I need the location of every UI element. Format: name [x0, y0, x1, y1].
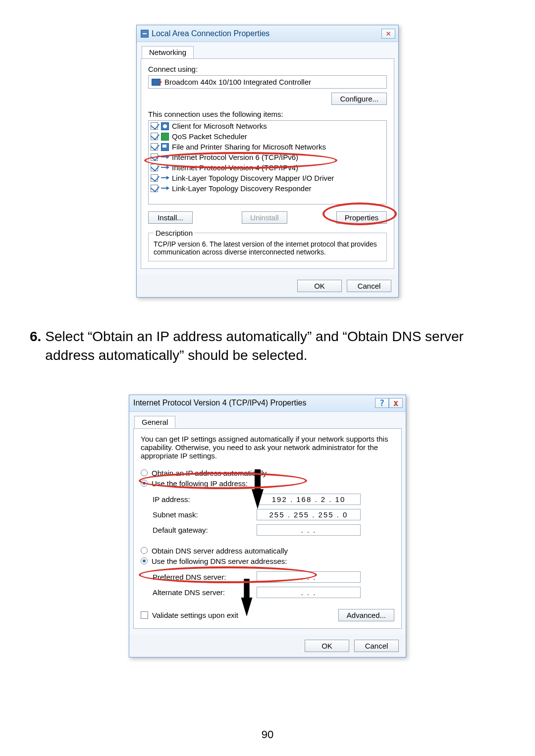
radio-label: Use the following DNS server addresses: [152, 557, 287, 565]
description-group: Description TCP/IP version 6. The latest… [148, 229, 387, 261]
window-title: Internet Protocol Version 4 (TCP/IPv4) P… [133, 399, 306, 407]
adapter-field[interactable]: Broadcom 440x 10/100 Integrated Controll… [148, 75, 387, 89]
configure-button[interactable]: Configure... [331, 93, 387, 105]
step-text: Select “Obtain an IP address automatical… [45, 327, 505, 365]
checkbox-icon [151, 174, 158, 182]
list-item-label: QoS Packet Scheduler [172, 132, 247, 141]
step-6: 6. Select “Obtain an IP address automati… [30, 327, 505, 365]
checkbox-icon [151, 153, 158, 161]
list-item[interactable]: QoS Packet Scheduler [149, 131, 386, 142]
cancel-button[interactable]: Cancel [354, 640, 399, 652]
share-icon [161, 143, 169, 151]
radio-label: Use the following IP address: [152, 479, 248, 488]
window-icon [141, 30, 149, 38]
checkbox-icon [141, 611, 148, 619]
description-text: TCP/IP version 6. The latest version of … [154, 240, 381, 256]
list-item[interactable]: Link-Layer Topology Discovery Mapper I/O… [149, 173, 386, 183]
proto-icon [161, 153, 169, 161]
properties-button[interactable]: Properties [336, 211, 387, 224]
client-icon [161, 122, 169, 130]
proto-icon [161, 164, 169, 172]
uninstall-button: Uninstall [242, 211, 287, 224]
list-item[interactable]: Internet Protocol Version 4 (TCP/IPv4) [149, 162, 386, 173]
help-button[interactable]: ? [375, 398, 389, 408]
list-item-label: Link-Layer Topology Discovery Responder [172, 184, 312, 193]
dialog-local-area-connection: Local Area Connection Properties ✕ Netwo… [30, 25, 505, 298]
sched-icon [161, 133, 169, 141]
default-gateway-field[interactable]: . . . [257, 524, 361, 536]
list-item[interactable]: Link-Layer Topology Discovery Responder [149, 183, 386, 194]
checkbox-icon [151, 164, 158, 171]
close-button[interactable]: x [389, 398, 403, 408]
alternate-dns-field[interactable]: . . . [257, 587, 361, 598]
list-item-label: Internet Protocol Version 4 (TCP/IPv4) [172, 163, 298, 172]
list-item-label: Internet Protocol Version 6 (TCP/IPv6) [172, 153, 298, 161]
advanced-button[interactable]: Advanced... [338, 609, 394, 621]
list-item[interactable]: Internet Protocol Version 6 (TCP/IPv6) [149, 152, 386, 162]
tab-general[interactable]: General [134, 416, 175, 428]
list-item[interactable]: Client for Microsoft Networks [149, 121, 386, 131]
ok-button[interactable]: OK [297, 280, 342, 292]
subnet-mask-field[interactable]: 255 . 255 . 255 . 0 [257, 509, 361, 520]
validate-checkbox-row[interactable]: Validate settings upon exit [141, 610, 238, 620]
radio-obtain-dns[interactable]: Obtain DNS server address automatically [141, 546, 394, 556]
radio-icon [141, 469, 148, 476]
checkbox-icon [151, 185, 158, 192]
adapter-name: Broadcom 440x 10/100 Integrated Controll… [164, 78, 311, 86]
tab-networking[interactable]: Networking [142, 46, 194, 58]
ip-address-label: IP address: [153, 495, 252, 504]
ok-button[interactable]: OK [305, 640, 349, 652]
radio-icon [141, 557, 148, 564]
dialog-tcpip-v4-properties: Internet Protocol Version 4 (TCP/IPv4) P… [30, 395, 505, 657]
connect-using-label: Connect using: [148, 65, 387, 73]
page-number: 90 [0, 728, 535, 741]
list-item-label: File and Printer Sharing for Microsoft N… [172, 143, 326, 151]
radio-use-ip[interactable]: Use the following IP address: [141, 478, 394, 489]
list-item-label: Client for Microsoft Networks [172, 122, 267, 130]
proto-icon [161, 185, 169, 193]
radio-label: Obtain an IP address automatically [152, 469, 267, 477]
radio-icon [141, 547, 148, 554]
radio-obtain-ip[interactable]: Obtain an IP address automatically [141, 468, 394, 478]
items-label: This connection uses the following items… [148, 110, 387, 118]
radio-label: Obtain DNS server address automatically [152, 547, 288, 555]
intro-text: You can get IP settings assigned automat… [141, 435, 394, 460]
nic-icon [152, 79, 160, 86]
titlebar: Internet Protocol Version 4 (TCP/IPv4) P… [129, 395, 406, 412]
checkbox-icon [151, 122, 158, 130]
list-item-label: Link-Layer Topology Discovery Mapper I/O… [172, 174, 334, 182]
items-listbox[interactable]: Client for Microsoft NetworksQoS Packet … [148, 120, 387, 204]
ip-address-field[interactable]: 192 . 168 . 2 . 10 [257, 494, 361, 505]
proto-icon [161, 174, 169, 182]
validate-label: Validate settings upon exit [152, 611, 238, 619]
step-number: 6. [30, 327, 41, 365]
radio-use-dns[interactable]: Use the following DNS server addresses: [141, 556, 394, 566]
checkbox-icon [151, 143, 158, 151]
list-item[interactable]: File and Printer Sharing for Microsoft N… [149, 142, 386, 152]
cancel-button[interactable]: Cancel [347, 280, 391, 292]
radio-icon [141, 480, 148, 487]
window-title: Local Area Connection Properties [152, 29, 269, 38]
preferred-dns-label: Preferred DNS server: [153, 573, 252, 581]
default-gateway-label: Default gateway: [153, 526, 252, 534]
annotation-arrow-icon [252, 489, 264, 509]
alternate-dns-label: Alternate DNS server: [153, 588, 252, 597]
titlebar: Local Area Connection Properties ✕ [137, 25, 398, 42]
checkbox-icon [151, 133, 158, 140]
install-button[interactable]: Install... [148, 211, 193, 224]
description-heading: Description [154, 229, 195, 237]
subnet-mask-label: Subnet mask: [153, 510, 252, 519]
annotation-arrow-icon [241, 598, 253, 616]
preferred-dns-field[interactable]: . . . [257, 571, 361, 583]
close-button[interactable]: ✕ [381, 29, 395, 39]
